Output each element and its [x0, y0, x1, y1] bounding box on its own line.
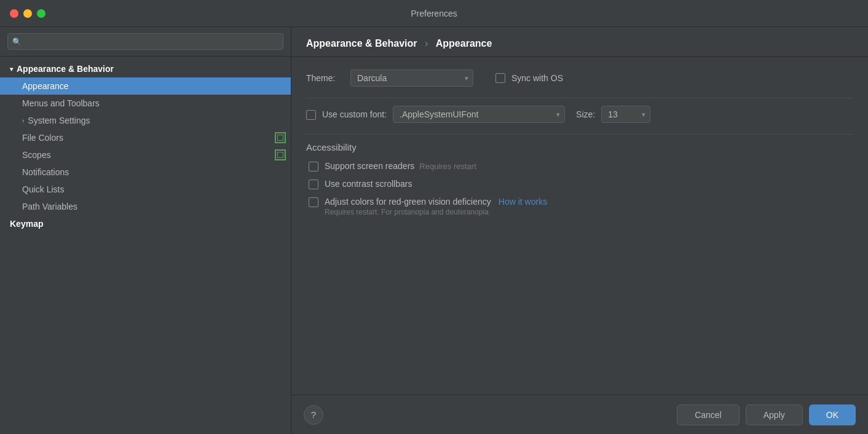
theme-row: Theme: Darcula IntelliJ Light High Contr… — [306, 69, 853, 87]
chevron-down-icon: ▾ — [10, 66, 13, 73]
red-green-row: Adjust colors for red-green vision defic… — [309, 197, 853, 216]
divider-2 — [306, 134, 853, 135]
scopes-icon-1 — [275, 149, 286, 160]
sidebar-item-quick-lists[interactable]: Quick Lists — [0, 181, 291, 198]
content-panel: Appearance & Behavior › Appearance Theme… — [291, 27, 868, 434]
help-button[interactable]: ? — [304, 405, 323, 425]
scopes-icon-inner-1 — [277, 152, 283, 158]
red-green-label-row: Adjust colors for red-green vision defic… — [325, 197, 547, 207]
contrast-scrollbars-checkbox[interactable] — [309, 180, 318, 189]
custom-font-label: Use custom font: — [322, 109, 387, 119]
red-green-text: Adjust colors for red-green vision defic… — [325, 197, 547, 216]
red-green-checkbox[interactable] — [309, 197, 318, 207]
contrast-scrollbars-label: Use contrast scrollbars — [325, 179, 412, 189]
cancel-button[interactable]: Cancel — [677, 404, 740, 425]
how-it-works-link[interactable]: How it works — [499, 197, 547, 207]
breadcrumb: Appearance & Behavior › Appearance — [291, 27, 868, 57]
file-colors-icons — [275, 132, 286, 143]
maximize-button[interactable] — [37, 9, 45, 18]
sidebar-item-system-settings[interactable]: › System Settings — [0, 112, 291, 129]
main-layout: 🔍 ▾ Appearance & Behavior Appearance Men… — [0, 27, 868, 434]
screen-readers-checkbox[interactable] — [309, 162, 318, 172]
scopes-icons — [275, 149, 286, 160]
ok-button[interactable]: OK — [809, 404, 856, 425]
sidebar-item-path-variables[interactable]: Path Variables — [0, 198, 291, 215]
custom-font-checkbox[interactable] — [306, 110, 316, 120]
font-row: Use custom font: .AppleSystemUIFont Aria… — [306, 106, 853, 123]
chevron-right-icon: › — [22, 117, 24, 124]
title-bar: Preferences — [0, 0, 868, 27]
theme-select[interactable]: Darcula IntelliJ Light High Contrast — [350, 69, 473, 87]
sidebar-item-menus-toolbars[interactable]: Menus and Toolbars — [0, 95, 291, 112]
file-color-icon-1 — [275, 132, 286, 143]
sidebar: 🔍 ▾ Appearance & Behavior Appearance Men… — [0, 27, 291, 434]
sidebar-item-appearance-behavior[interactable]: ▾ Appearance & Behavior — [0, 60, 291, 77]
screen-readers-note: Requires restart — [419, 162, 476, 171]
file-color-icon-inner-1 — [277, 135, 283, 141]
action-buttons: Cancel Apply OK — [677, 404, 856, 425]
sidebar-item-scopes[interactable]: Scopes — [0, 146, 291, 164]
search-wrapper: 🔍 — [7, 33, 283, 50]
red-green-label: Adjust colors for red-green vision defic… — [325, 197, 491, 207]
size-label: Size: — [576, 109, 595, 119]
sync-os-row: Sync with OS — [495, 73, 563, 83]
search-bar: 🔍 — [0, 27, 291, 57]
sidebar-item-appearance[interactable]: Appearance — [0, 77, 291, 95]
search-icon: 🔍 — [12, 37, 22, 46]
bottom-bar: ? Cancel Apply OK — [291, 395, 868, 434]
contrast-scrollbars-row: Use contrast scrollbars — [309, 179, 853, 189]
contrast-scrollbars-text: Use contrast scrollbars — [325, 179, 412, 189]
screen-readers-text: Support screen readers Requires restart — [325, 161, 476, 171]
window-title: Preferences — [411, 9, 457, 18]
font-select[interactable]: .AppleSystemUIFont Arial Helvetica Couri… — [393, 106, 565, 123]
sync-os-checkbox[interactable] — [495, 73, 505, 83]
apply-button[interactable]: Apply — [746, 404, 803, 425]
sidebar-item-keymap[interactable]: Keymap — [0, 215, 291, 232]
contrast-scrollbars-label-row: Use contrast scrollbars — [325, 179, 412, 189]
screen-readers-label: Support screen readers — [325, 161, 414, 171]
theme-select-wrapper: Darcula IntelliJ Light High Contrast ▾ — [350, 69, 473, 87]
accessibility-items: Support screen readers Requires restart … — [306, 161, 853, 216]
size-select-wrapper: 11 12 13 14 15 16 ▾ — [601, 106, 650, 123]
window-controls — [10, 9, 45, 18]
font-select-wrapper: .AppleSystemUIFont Arial Helvetica Couri… — [393, 106, 565, 123]
settings-content: Theme: Darcula IntelliJ Light High Contr… — [291, 57, 868, 395]
accessibility-section-title: Accessibility — [306, 142, 853, 152]
sidebar-item-notifications[interactable]: Notifications — [0, 164, 291, 181]
minimize-button[interactable] — [23, 9, 32, 18]
red-green-sub-text: Requires restart. For protanopia and deu… — [325, 208, 547, 216]
size-select[interactable]: 11 12 13 14 15 16 — [601, 106, 650, 123]
close-button[interactable] — [10, 9, 18, 18]
divider-1 — [306, 98, 853, 98]
search-input[interactable] — [7, 33, 283, 50]
sync-os-label: Sync with OS — [511, 73, 563, 83]
screen-readers-label-row: Support screen readers Requires restart — [325, 161, 476, 171]
sidebar-item-file-colors[interactable]: File Colors — [0, 129, 291, 146]
theme-label: Theme: — [306, 73, 343, 83]
screen-readers-row: Support screen readers Requires restart — [309, 161, 853, 172]
sidebar-tree: ▾ Appearance & Behavior Appearance Menus… — [0, 57, 291, 434]
